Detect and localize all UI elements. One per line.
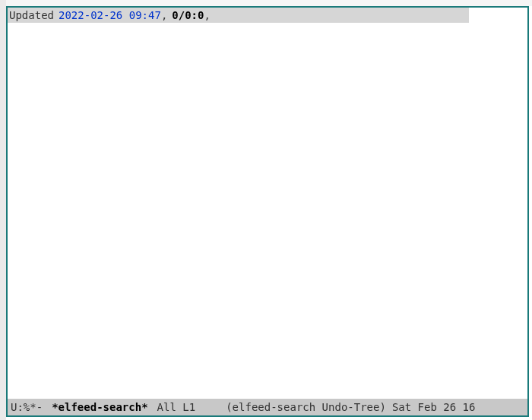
- left-desktop-strip: [0, 0, 6, 420]
- mode-line: U:%*- *elfeed-search* All L1 (elfeed-sea…: [8, 399, 527, 415]
- separator-comma: ,: [161, 8, 167, 23]
- window-title-bar: [6, 0, 532, 6]
- active-modes: (elfeed-search Undo-Tree): [226, 399, 392, 415]
- header-tail-highlight: [211, 8, 469, 23]
- updated-timestamp: 2022-02-26 09:47: [54, 8, 161, 23]
- buffer-position: All L1: [157, 399, 226, 415]
- buffer-status: U:%*-: [8, 399, 52, 415]
- buffer-name: *elfeed-search*: [52, 399, 157, 415]
- emacs-frame: Updated 2022-02-26 09:47 , 0/0:0 , U:%*-…: [6, 6, 529, 417]
- entry-counts: 0/0:0: [167, 8, 204, 23]
- separator-comma: ,: [204, 8, 210, 23]
- updated-label: Updated: [8, 8, 54, 23]
- elfeed-search-buffer[interactable]: [8, 23, 527, 399]
- mode-line-datetime: Sat Feb 26 16: [392, 399, 476, 415]
- elfeed-header-line: Updated 2022-02-26 09:47 , 0/0:0 ,: [8, 8, 527, 23]
